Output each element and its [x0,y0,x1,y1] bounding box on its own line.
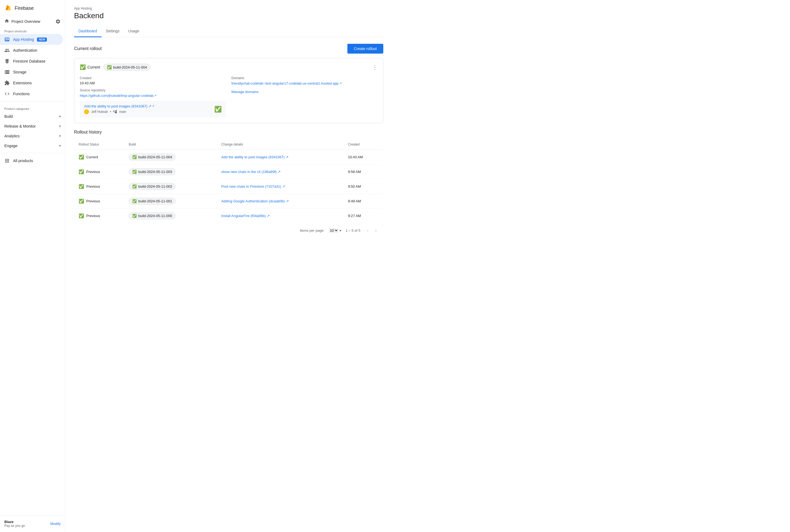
rollout-history-title: Rollout history [74,130,383,135]
domains-section: Domains friendlychat-codelab--test-angul… [232,76,378,86]
rollout-status: ✅ Current ✅ build-2024-05-11-004 [80,64,150,71]
sidebar-item-extensions[interactable]: Extensions [0,77,63,89]
categories-label: Product categories [0,104,65,112]
history-table-body: ✅ Current ✅ build-2024-05-11-004 Add the… [74,150,383,223]
sidebar-category-analytics[interactable]: Analytics ▾ [0,131,65,141]
row-build: ✅ build-2024-05-11-004 [124,150,217,165]
row-build: ✅ build-2024-05-11-001 [124,194,217,209]
authentication-label: Authentication [13,48,37,53]
pagination-range: 1 – 5 of 5 [346,228,361,232]
current-rollout-title: Current rollout [74,46,102,51]
sidebar-item-functions[interactable]: Functions [0,89,63,99]
row-build-text: build-2024-05-11-000 [138,214,172,218]
tab-settings[interactable]: Settings [102,25,124,37]
row-created: 9:58 AM [344,165,383,179]
build-check-icon: ✅ [107,65,112,69]
table-header: Rollout Status Build Change details Crea… [74,139,383,150]
functions-icon [4,91,10,97]
rollout-card-header: ✅ Current ✅ build-2024-05-11-004 ⋮ [80,64,378,71]
sidebar-category-release-monitor[interactable]: Release & Monitor ▾ [0,121,65,131]
sidebar-item-app-hosting[interactable]: App Hosting NEW [0,34,63,45]
settings-icon[interactable] [55,19,61,24]
row-status: ✅ Previous [74,165,125,179]
col-change: Change details [217,139,344,150]
row-build-text: build-2024-05-11-002 [138,185,172,189]
all-products-label: All products [13,158,33,163]
created-value: 10:43 AM [80,81,226,85]
items-per-page-label: Items per page: [300,228,324,232]
rollout-details-left: Created 10:43 AM Source repository https… [80,76,226,117]
row-change-link[interactable]: Post new chats to Firestore (7107a31) ↗ [221,185,285,189]
table-row: ✅ Previous ✅ build-2024-05-11-003 show n… [74,165,383,179]
modify-button[interactable]: Modify [50,522,61,526]
col-created: Created [344,139,383,150]
pagination-prev-button[interactable]: ‹ [365,227,371,234]
more-options-icon[interactable]: ⋮ [372,64,378,71]
main-content: App Hosting Backend Dashboard Settings U… [65,0,790,532]
sidebar-category-engage[interactable]: Engage ▾ [0,141,65,151]
sidebar-item-authentication[interactable]: Authentication [0,45,63,56]
row-status: ✅ Previous [74,179,125,194]
create-rollout-button[interactable]: Create rollout [347,44,383,54]
tabs: Dashboard Settings Usage [74,25,383,37]
domains-link[interactable]: friendlychat-codelab--test-angular17-cod… [232,81,342,86]
row-change-link[interactable]: Add the ability to post images (6341067)… [221,155,289,159]
row-change: Install AngularFire (f04a06b) ↗ [217,209,344,223]
dot-separator: • [110,110,111,114]
sidebar-category-build[interactable]: Build ▾ [0,112,65,121]
sidebar-header: Firebase [0,0,65,16]
row-status-icon: ✅ [79,198,84,204]
pagination-next-button[interactable]: › [373,227,379,234]
plan-name: Blaze [4,520,25,524]
tab-dashboard[interactable]: Dashboard [74,25,102,37]
source-link[interactable]: https://github.com/jhuleatt/tmp-angular-… [80,94,157,98]
commit-success-icon: ✅ [214,106,222,113]
build-label: Build [4,114,13,119]
shortcuts-label: Project shortcuts [0,26,65,34]
row-change-link[interactable]: Adding Google Authentication (dcaab0b) ↗ [221,199,289,203]
row-change-link[interactable]: Install AngularFire (f04a06b) ↗ [221,214,270,218]
commit-branch: main [119,110,126,114]
build-badge: ✅ build-2024-05-11-004 [104,64,150,71]
commit-link[interactable]: Add the ability to post images (6341067)… [84,104,154,108]
row-change: show new chats in the UI (198a89f) ↗ [217,165,344,179]
table-row: ✅ Previous ✅ build-2024-05-11-001 Adding… [74,194,383,209]
grid-icon [4,158,10,164]
row-build: ✅ build-2024-05-11-003 [124,165,217,179]
status-badge: ✅ Current [80,64,100,70]
items-per-page-select[interactable]: 10 25 50 ▾ [329,228,342,233]
sidebar-item-storage[interactable]: Storage [0,66,63,77]
row-change-link[interactable]: show new chats in the UI (198a89f) ↗ [221,170,281,174]
items-per-page-dropdown[interactable]: 10 25 50 [329,228,338,233]
build-text: build-2024-05-11-004 [113,65,147,69]
row-change: Adding Google Authentication (dcaab0b) ↗ [217,194,344,209]
row-status-text: Current [86,155,98,159]
row-status: ✅ Current [74,150,125,165]
row-status-text: Previous [86,214,100,218]
engage-label: Engage [4,144,17,148]
project-overview-item[interactable]: Project Overview [0,16,65,26]
row-change: Add the ability to post images (6341067)… [217,150,344,165]
sidebar-item-all-products[interactable]: All products [0,155,63,166]
table-row: ✅ Previous ✅ build-2024-05-11-002 Post n… [74,179,383,194]
row-build-check-icon: ✅ [132,199,137,203]
row-status-icon: ✅ [79,184,84,189]
commit-avatar: J [84,109,89,114]
pagination: Items per page: 10 25 50 ▾ 1 – 5 of 5 ‹ … [74,223,383,238]
row-build-check-icon: ✅ [132,214,137,218]
dropdown-chevron-icon: ▾ [339,228,342,232]
row-status-icon: ✅ [79,169,84,174]
row-build: ✅ build-2024-05-11-002 [124,179,217,194]
page-title: Backend [74,12,383,20]
manage-domains-link[interactable]: Manage domains [232,90,378,94]
tab-usage[interactable]: Usage [124,25,144,37]
app-hosting-label: App Hosting [13,37,34,42]
col-status: Rollout Status [74,139,125,150]
row-status-icon: ✅ [79,213,84,218]
rollout-details: Created 10:43 AM Source repository https… [80,76,378,117]
sidebar: Firebase Project Overview Project shortc… [0,0,65,532]
row-build-text: build-2024-05-11-003 [138,170,172,174]
table-row: ✅ Current ✅ build-2024-05-11-004 Add the… [74,150,383,165]
sidebar-item-firestore[interactable]: Firestore Database [0,56,63,66]
branch-icon [113,110,117,114]
